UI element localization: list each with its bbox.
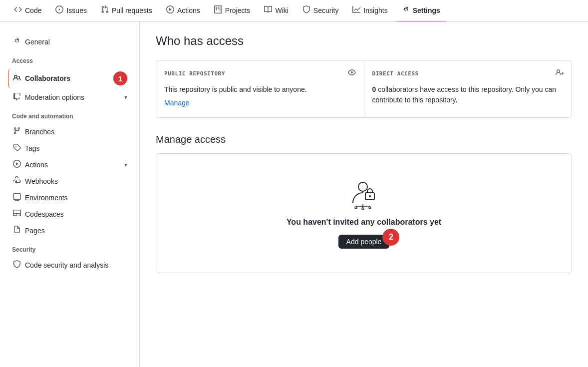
nav-settings-label: Settings: [413, 6, 440, 14]
sidebar-webhooks-label: Webhooks: [25, 177, 58, 185]
nav-settings[interactable]: Settings: [396, 0, 446, 22]
security-icon: [302, 5, 310, 15]
page-title: Who has access: [156, 34, 572, 48]
wiki-icon: [264, 5, 272, 15]
sidebar-item-actions[interactable]: Actions ▾: [8, 157, 131, 172]
nav-projects-label: Projects: [225, 6, 251, 14]
svg-point-8: [369, 207, 371, 209]
pull-request-icon: [101, 5, 109, 15]
page-layout: General Access Collaborators 1 Moderatio…: [0, 22, 588, 367]
sidebar-item-tags[interactable]: Tags: [8, 140, 131, 156]
sidebar-item-branches[interactable]: Branches: [8, 124, 131, 139]
sidebar-tags-label: Tags: [25, 144, 40, 152]
nav-security-label: Security: [313, 6, 339, 14]
actions-icon: [166, 5, 174, 15]
svg-point-7: [362, 208, 364, 210]
public-repo-card: PUBLIC REPOSITORY This repository is pub…: [156, 60, 364, 117]
collaborators-badge: 1: [113, 71, 127, 85]
public-repo-label: PUBLIC REPOSITORY: [164, 70, 225, 77]
sidebar-general-label: General: [25, 38, 50, 46]
nav-issues-label: Issues: [66, 6, 86, 14]
actions-sidebar-icon: [13, 160, 21, 169]
branches-icon: [13, 127, 21, 136]
sidebar-codespaces-label: Codespaces: [25, 210, 64, 218]
sidebar-item-general[interactable]: General: [8, 34, 131, 49]
no-collab-illustration: [348, 178, 380, 210]
manage-access-box: You haven't invited any collaborators ye…: [156, 153, 572, 273]
main-content: Who has access PUBLIC REPOSITORY This re…: [140, 22, 588, 367]
settings-icon: [402, 5, 410, 15]
public-repo-text: This repository is public and visible to…: [164, 84, 356, 95]
pages-icon: [13, 226, 21, 235]
codespaces-icon: [13, 209, 21, 219]
svg-point-2: [369, 195, 371, 197]
environments-icon: [13, 193, 21, 202]
direct-access-text-rest: collaborators have access to this reposi…: [372, 85, 557, 104]
sidebar-item-webhooks[interactable]: Webhooks: [8, 173, 131, 189]
nav-projects[interactable]: Projects: [208, 0, 257, 22]
sidebar-item-environments[interactable]: Environments: [8, 190, 131, 205]
sidebar-item-moderation[interactable]: Moderation options ▾: [8, 89, 131, 105]
sidebar-actions-label: Actions: [25, 161, 48, 169]
moderation-icon: [13, 92, 21, 102]
general-icon: [13, 37, 21, 46]
nav-issues[interactable]: Issues: [49, 0, 92, 22]
nav-wiki-label: Wiki: [275, 6, 288, 14]
manage-access-title: Manage access: [156, 134, 572, 145]
nav-code[interactable]: Code: [8, 0, 47, 22]
nav-insights[interactable]: Insights: [346, 0, 393, 22]
person-add-icon: [556, 68, 564, 78]
sidebar: General Access Collaborators 1 Moderatio…: [0, 22, 140, 367]
svg-point-6: [355, 207, 357, 209]
eye-icon: [348, 68, 356, 78]
nav-actions[interactable]: Actions: [160, 0, 206, 22]
add-people-badge: 2: [382, 229, 399, 246]
projects-icon: [214, 5, 222, 15]
sidebar-environments-label: Environments: [25, 194, 68, 202]
issues-icon: [55, 5, 63, 15]
nav-insights-label: Insights: [363, 6, 387, 14]
manage-link[interactable]: Manage: [164, 99, 190, 107]
sidebar-pages-label: Pages: [25, 227, 45, 235]
webhooks-icon: [13, 176, 21, 186]
sidebar-moderation-label: Moderation options: [25, 93, 84, 101]
code-automation-section-label: Code and automation: [8, 113, 131, 120]
nav-pull-requests-label: Pull requests: [112, 6, 152, 14]
collaborators-icon: [13, 74, 21, 83]
sidebar-branches-label: Branches: [25, 128, 54, 136]
add-people-button[interactable]: Add people: [338, 235, 390, 249]
nav-pull-requests[interactable]: Pull requests: [95, 0, 158, 22]
sidebar-collaborators-label: Collaborators: [25, 74, 70, 82]
sidebar-code-security-label: Code security and analysis: [25, 261, 108, 269]
sidebar-item-collaborators[interactable]: Collaborators 1: [8, 68, 131, 88]
no-collab-text: You haven't invited any collaborators ye…: [287, 218, 441, 227]
actions-chevron: ▾: [124, 161, 127, 168]
nav-actions-label: Actions: [177, 6, 200, 14]
add-people-wrap: Add people 2: [338, 235, 390, 249]
direct-access-label: DIRECT ACCESS: [372, 70, 419, 77]
access-section-label: Access: [8, 57, 131, 64]
svg-point-0: [358, 182, 367, 191]
code-icon: [14, 5, 22, 15]
tags-icon: [13, 143, 21, 153]
sidebar-item-pages[interactable]: Pages: [8, 223, 131, 238]
access-cards: PUBLIC REPOSITORY This repository is pub…: [156, 60, 572, 118]
direct-access-text: 0 collaborators have access to this repo…: [372, 84, 564, 105]
nav-code-label: Code: [25, 6, 41, 14]
moderation-chevron: ▾: [124, 94, 127, 101]
sidebar-item-codespaces[interactable]: Codespaces: [8, 206, 131, 222]
code-security-icon: [13, 260, 21, 270]
nav-wiki[interactable]: Wiki: [258, 0, 294, 22]
nav-security[interactable]: Security: [296, 0, 345, 22]
direct-access-card: DIRECT ACCESS 0 collaborators have acces…: [364, 60, 572, 117]
top-nav: Code Issues Pull requests Actions Projec…: [0, 0, 588, 22]
security-section-label: Security: [8, 246, 131, 253]
sidebar-item-code-security[interactable]: Code security and analysis: [8, 257, 131, 273]
insights-icon: [352, 5, 360, 15]
